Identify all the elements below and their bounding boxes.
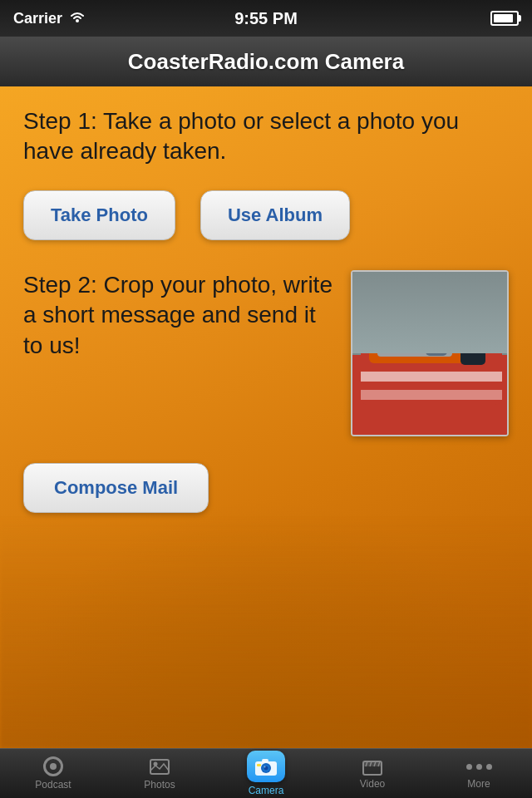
tab-more[interactable]: More [426, 749, 532, 798]
tab-camera-label: Camera [249, 785, 284, 796]
status-bar: Carrier 9:55 PM [0, 0, 532, 37]
tab-photos-label: Photos [144, 779, 175, 791]
carrier-label: Carrier [13, 10, 62, 27]
battery-indicator [490, 11, 519, 26]
svg-rect-7 [377, 332, 452, 357]
tab-bar: Podcast Photos Cam [0, 748, 532, 798]
svg-text:ROAD: ROAD [408, 330, 431, 338]
background-overlay [0, 515, 532, 748]
tab-podcast-label: Podcast [35, 779, 71, 791]
svg-point-23 [264, 766, 266, 768]
status-time: 9:55 PM [234, 9, 298, 28]
tab-video-label: Video [360, 778, 385, 790]
podcast-icon [43, 756, 63, 776]
use-album-button[interactable]: Use Album [200, 190, 350, 240]
svg-rect-14 [426, 324, 447, 356]
nav-bar: CoasterRadio.com Camera [0, 37, 532, 86]
svg-rect-8 [394, 318, 444, 351]
svg-point-11 [460, 304, 486, 331]
tab-camera[interactable]: Camera [213, 749, 319, 798]
svg-rect-25 [257, 764, 261, 766]
video-icon [362, 757, 383, 776]
svg-rect-6 [361, 390, 502, 400]
photo-preview: ROAD CLOSED [351, 270, 509, 436]
svg-text:CLOSED: CLOSED [406, 341, 433, 348]
main-content: Step 1: Take a photo or select a photo y… [0, 86, 532, 748]
wifi-icon [69, 10, 86, 27]
app-title: CoasterRadio.com Camera [128, 49, 404, 75]
photo-inner: ROAD CLOSED [352, 272, 507, 435]
svg-line-15 [411, 313, 426, 330]
content-layer: Step 1: Take a photo or select a photo y… [0, 86, 532, 513]
photos-icon [149, 756, 170, 776]
tab-video[interactable]: Video [319, 749, 426, 798]
more-icon [466, 757, 492, 776]
svg-line-16 [447, 318, 461, 330]
battery-icon [490, 11, 519, 26]
carrier-info: Carrier [13, 10, 86, 27]
step1-text: Step 1: Take a photo or select a photo y… [23, 106, 509, 167]
svg-rect-1 [352, 272, 507, 355]
svg-rect-5 [361, 372, 502, 382]
photo-buttons-row: Take Photo Use Album [23, 190, 509, 240]
svg-rect-12 [461, 332, 485, 365]
take-photo-button[interactable]: Take Photo [23, 190, 175, 240]
tab-podcast[interactable]: Podcast [0, 749, 106, 798]
step2-area: Step 2: Crop your photo, write a short m… [23, 270, 509, 436]
svg-rect-24 [262, 759, 268, 762]
tab-more-label: More [467, 778, 490, 790]
step2-text: Step 2: Crop your photo, write a short m… [23, 270, 334, 361]
compose-mail-button[interactable]: Compose Mail [23, 463, 209, 513]
tab-photos[interactable]: Photos [106, 749, 213, 798]
camera-icon [247, 751, 285, 782]
svg-point-18 [154, 762, 158, 766]
svg-point-0 [76, 19, 79, 22]
svg-point-13 [424, 300, 447, 323]
photo-svg: ROAD CLOSED [352, 272, 507, 435]
